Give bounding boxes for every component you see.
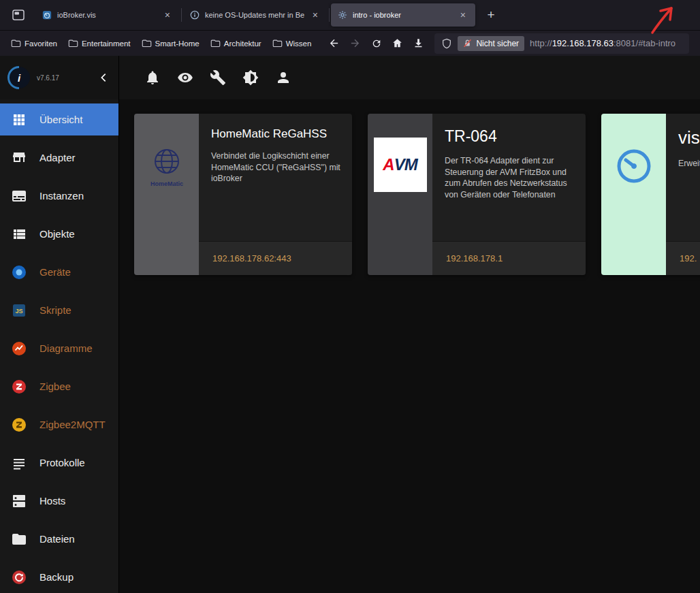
sidebar-item-label: Übersicht [39, 114, 82, 125]
firefox-view-button[interactable] [8, 5, 29, 25]
sidebar-item-label: Hosts [39, 495, 65, 507]
card-title: TR-064 [445, 127, 575, 146]
sidebar-item-zigbee[interactable]: Zigbee [0, 370, 118, 402]
sidebar-item-objekte[interactable]: Objekte [0, 218, 118, 250]
card-body: HomeMatic ReGaHSS Verbindet die Logiksch… [199, 114, 352, 241]
sidebar-item-label: Instanzen [39, 190, 84, 202]
sidebar-item-instanzen[interactable]: Instanzen [0, 180, 118, 212]
homematic-logo-label: HomeMatic [150, 180, 182, 187]
iobroker-logo: i [7, 65, 31, 90]
sidebar-item-label: Adapter [39, 152, 76, 163]
back-icon [328, 37, 340, 49]
card-logo-panel: AVM [368, 114, 432, 275]
notifications-bell-icon[interactable] [144, 69, 161, 86]
card-link[interactable]: 192. [680, 253, 697, 263]
bookmark-favoriten[interactable]: Favoriten [5, 35, 63, 51]
reload-button[interactable] [366, 34, 387, 53]
sidebar-item-skripte[interactable]: JS Skripte [0, 294, 118, 326]
avm-logo-vm: VM [394, 155, 417, 174]
url-host: 192.168.178.63 [552, 38, 614, 48]
devices-icon [11, 264, 27, 281]
home-button[interactable] [387, 34, 408, 53]
close-icon[interactable]: × [310, 10, 321, 20]
folder-icon [68, 38, 78, 48]
bookmark-wissen[interactable]: Wissen [267, 35, 317, 51]
card-footer: 192.168.178.1 [432, 241, 586, 275]
folder-icon [142, 38, 152, 48]
card-tr064: AVM TR-064 Der TR-064 Adapter dient zur … [368, 114, 586, 275]
homematic-logo: HomeMatic [149, 144, 185, 191]
vis-gauge-icon [42, 10, 52, 20]
backup-icon [11, 569, 27, 586]
sidebar-item-zigbee2mqtt[interactable]: Zigbee2MQTT [0, 408, 118, 440]
tab-separator [329, 8, 330, 22]
close-icon[interactable]: × [162, 10, 173, 20]
sidebar-item-diagramme[interactable]: Diagramme [0, 332, 118, 364]
sidebar-header: i v7.6.17 [0, 56, 118, 99]
lock-crossed-icon [463, 39, 472, 48]
forward-button[interactable] [345, 34, 366, 53]
collapse-sidebar-button[interactable] [97, 70, 112, 85]
zigbee2mqtt-icon [11, 417, 27, 433]
card-footer: 192. [666, 241, 700, 275]
card-main: vis Erweit 192. [666, 114, 700, 275]
javascript-icon: JS [11, 302, 27, 319]
new-tab-button[interactable]: + [481, 5, 501, 25]
firefox-view-icon [12, 8, 25, 22]
version-label: v7.6.17 [37, 74, 91, 82]
bookmark-smart-home[interactable]: Smart-Home [136, 35, 205, 51]
sidebar-item-dateien[interactable]: Dateien [0, 523, 118, 555]
forward-icon [349, 37, 361, 49]
sidebar-item-protokolle[interactable]: Protokolle [0, 447, 118, 479]
card-link[interactable]: 192.168.178.1 [446, 253, 503, 263]
shield-icon[interactable] [441, 38, 452, 49]
sidebar-item-adapter[interactable]: Adapter [0, 142, 118, 174]
security-chip[interactable]: Nicht sicher [458, 36, 524, 51]
nav-buttons [323, 34, 429, 53]
card-link[interactable]: 192.168.178.62:443 [212, 253, 291, 263]
list-icon [11, 455, 27, 471]
bookmark-label: Favoriten [25, 39, 57, 48]
url-text: http://192.168.178.63:8081/#tab-intro [530, 38, 675, 48]
store-icon [11, 150, 27, 166]
downloads-button[interactable] [408, 34, 429, 53]
user-icon[interactable] [275, 69, 291, 86]
bookmark-architektur[interactable]: Architektur [205, 35, 267, 51]
folder-icon [272, 38, 283, 48]
card-vis: vis Erweit 192. [601, 114, 700, 275]
avm-logo: AVM [374, 138, 427, 192]
tab-intro-iobroker[interactable]: intro - iobroker × [331, 3, 475, 27]
tab-iobroker-vis[interactable]: ioBroker.vis × [35, 3, 180, 27]
home-icon [392, 37, 403, 49]
card-homematic: HomeMatic HomeMatic ReGaHSS Verbindet di… [134, 114, 352, 275]
svg-text:JS: JS [15, 308, 22, 315]
visibility-eye-icon[interactable] [177, 69, 193, 86]
sidebar-item-label: Skripte [39, 304, 71, 316]
sidebar-item-hosts[interactable]: Hosts [0, 485, 118, 517]
admin-sidebar: i v7.6.17 Übersicht Adapter [0, 56, 119, 593]
sidebar-item-uebersicht[interactable]: Übersicht [0, 103, 118, 135]
url-path: :8081/#tab-intro [614, 38, 675, 48]
url-bar[interactable]: Nicht sicher http://192.168.178.63:8081/… [434, 33, 689, 54]
bookmark-entertainment[interactable]: Entertainment [63, 35, 136, 51]
sidebar-item-backup[interactable]: Backup [0, 561, 118, 593]
card-description: Der TR-064 Adapter dient zur Steuerung d… [445, 155, 575, 200]
bookmark-label: Architektur [224, 39, 261, 48]
card-body: TR-064 Der TR-064 Adapter dient zur Steu… [432, 114, 586, 241]
browser-nav-bar: Favoriten Entertainment Smart-Home Archi… [0, 30, 700, 56]
card-logo-panel [601, 114, 666, 275]
sidebar-item-geraete[interactable]: Geräte [0, 256, 118, 288]
card-title: HomeMatic ReGaHSS [211, 127, 341, 141]
tab-title: ioBroker.vis [57, 11, 157, 19]
view-list-icon [11, 226, 27, 242]
close-icon[interactable]: × [458, 10, 468, 20]
sidebar-item-label: Diagramme [39, 342, 93, 354]
bookmark-label: Smart-Home [155, 39, 200, 48]
wrench-icon[interactable] [210, 69, 226, 86]
chart-icon [11, 340, 27, 357]
back-button[interactable] [323, 34, 345, 53]
sidebar-item-label: Dateien [39, 533, 75, 545]
tab-title: intro - iobroker [353, 11, 452, 19]
tab-os-updates[interactable]: keine OS-Updates mehr in Bena × [183, 3, 328, 27]
theme-toggle-icon[interactable] [242, 69, 259, 86]
